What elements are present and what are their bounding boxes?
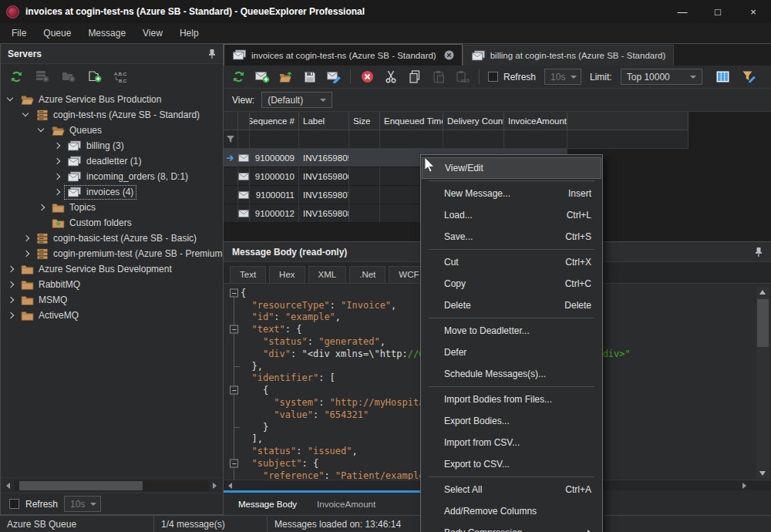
fold-collapse-icon[interactable]: − — [230, 325, 238, 334]
menu-help[interactable]: Help — [171, 25, 207, 42]
load-messages-button[interactable] — [278, 69, 294, 86]
context-menu-item-body-compression[interactable]: Body Compression — [421, 522, 602, 532]
toolbar-refresh-interval-select[interactable]: 10s — [544, 69, 581, 85]
filter-cell-icon[interactable] — [238, 130, 250, 149]
context-menu-item-view-edit[interactable]: View/Edit — [422, 157, 601, 179]
tree-item-queues[interactable]: Queues — [1, 123, 223, 138]
chevron-right-icon[interactable] — [52, 140, 62, 151]
tree-item-custom-folders[interactable]: Custom folders — [1, 215, 223, 231]
menu-queue[interactable]: Queue — [35, 25, 79, 42]
toolbar-refresh-checkbox[interactable] — [488, 72, 498, 82]
scroll-down-icon[interactable] — [756, 467, 769, 478]
column-header-size[interactable]: Size — [349, 112, 380, 130]
chevron-right-icon[interactable] — [21, 233, 32, 244]
column-header-delivery-count[interactable]: Delivery Count — [443, 112, 504, 130]
bottom-tab-invoiceamount[interactable]: InvoiceAmount — [309, 496, 383, 513]
chevron-right-icon[interactable] — [5, 310, 16, 321]
copy-button[interactable] — [407, 69, 423, 86]
fold-collapse-icon[interactable]: − — [230, 460, 238, 468]
context-menu-item-delete[interactable]: DeleteDelete — [421, 295, 602, 316]
context-menu-item-cut[interactable]: CutCtrl+X — [421, 251, 602, 273]
bottom-tab-message-body[interactable]: Message Body — [231, 496, 305, 513]
scroll-right-icon[interactable] — [739, 480, 751, 491]
context-menu-item-select-all[interactable]: Select AllCtrl+A — [421, 479, 602, 500]
maximize-button[interactable]: □ — [700, 0, 736, 23]
scrollbar-track[interactable] — [15, 480, 209, 491]
tab-text[interactable]: Text — [230, 266, 266, 283]
refresh-interval-select[interactable]: 10s — [64, 496, 101, 512]
new-message-button[interactable] — [254, 69, 270, 86]
tree-item-azure-service-bus-production[interactable]: Azure Service Bus Production — [1, 92, 223, 107]
tree-item-msmq[interactable]: MSMQ — [1, 292, 223, 308]
edit-message-button[interactable] — [326, 69, 342, 86]
context-menu-item-copy[interactable]: CopyCtrl+C — [421, 273, 602, 295]
tab-invoices-at-cogin-test-ns-azure-sb-standard[interactable]: invoices at cogin-test-ns (Azure SB - St… — [224, 44, 463, 66]
column-header-invoiceamount[interactable]: InvoiceAmount — [504, 112, 567, 130]
paste-button[interactable] — [431, 69, 446, 86]
context-menu-item-load[interactable]: Load...Ctrl+L — [421, 204, 602, 226]
context-menu-item-save[interactable]: Save...Ctrl+S — [421, 226, 602, 247]
context-menu-item-import-from-csv[interactable]: Import from CSV... — [421, 432, 602, 453]
fold-collapse-icon[interactable]: − — [230, 386, 238, 395]
chevron-down-icon[interactable] — [36, 125, 47, 136]
chevron-right-icon[interactable] — [52, 171, 62, 182]
scrollbar-thumb[interactable] — [19, 481, 143, 490]
menu-view[interactable]: View — [134, 25, 171, 42]
tree-item-cogin-premium-test-azure-sb-premium[interactable]: cogin-premium-test (Azure SB - Premium) — [1, 246, 223, 261]
tree-item-rabbitmq[interactable]: RabbitMQ — [1, 277, 223, 292]
limit-select[interactable]: Top 10000 — [621, 69, 702, 85]
filter-cell-delivery_count[interactable] — [443, 130, 504, 149]
column-header-enqueued-time[interactable]: Enqueued Time — [380, 112, 443, 130]
delete-button[interactable] — [359, 69, 375, 86]
tree-item-activemq[interactable]: ActiveMQ — [1, 308, 223, 323]
add-server-button[interactable] — [34, 68, 51, 85]
sort-servers-button[interactable]: A,B,CB,C — [113, 68, 130, 85]
refresh-button[interactable] — [231, 69, 246, 86]
filter-cell-size[interactable] — [349, 130, 380, 149]
filter-cell-sequence[interactable] — [250, 130, 299, 149]
chevron-right-icon[interactable] — [52, 187, 62, 197]
fold-collapse-icon[interactable]: − — [230, 288, 238, 297]
menu-file[interactable]: File — [3, 25, 35, 42]
context-menu-item-schedule-messages-s[interactable]: Schedule Messages(s)... — [421, 363, 602, 385]
chevron-right-icon[interactable] — [36, 202, 47, 213]
chevron-right-icon[interactable] — [5, 279, 16, 290]
context-menu-item-move-to-deadletter[interactable]: Move to Deadletter... — [421, 320, 602, 342]
chevron-down-icon[interactable] — [21, 109, 32, 120]
tree-horizontal-scrollbar[interactable] — [1, 477, 223, 493]
context-menu-item-new-message[interactable]: New Message...Insert — [421, 183, 602, 204]
column-header-sequence[interactable]: Sequence # — [250, 112, 299, 130]
tree-item-billing-3[interactable]: billing (3) — [1, 138, 223, 153]
view-select[interactable]: (Default) — [261, 92, 332, 108]
chevron-down-icon[interactable] — [5, 94, 16, 105]
filter-cell-label[interactable] — [299, 130, 349, 149]
scroll-left-icon[interactable] — [2, 480, 15, 491]
cut-button[interactable] — [383, 69, 399, 86]
tab-net[interactable]: .Net — [349, 266, 386, 283]
context-menu-item-export-to-csv[interactable]: Export to CSV... — [421, 453, 602, 475]
save-messages-button[interactable] — [302, 69, 318, 86]
tab-xml[interactable]: XML — [308, 266, 347, 283]
chevron-right-icon[interactable] — [52, 156, 62, 167]
column-header-label[interactable]: Label — [299, 112, 349, 130]
tree-item-cogin-test-ns-azure-sb-standard[interactable]: cogin-test-ns (Azure SB - Standard) — [1, 107, 223, 123]
minimize-button[interactable]: — — [665, 0, 700, 23]
tree-item-incoming-orders-8-d-1[interactable]: incoming_orders (8, D:1) — [1, 169, 223, 184]
close-tab-icon[interactable] — [444, 50, 454, 60]
close-button[interactable]: × — [736, 0, 771, 23]
filter-editor-button[interactable] — [742, 69, 757, 86]
filter-cell-indicator[interactable] — [224, 130, 238, 149]
tab-billing-at-cogin-test-ns-azure-sb-standard[interactable]: billing at cogin-test-ns (Azure SB - Sta… — [463, 45, 675, 66]
column-header-icon[interactable] — [238, 112, 250, 130]
column-header-filler[interactable] — [567, 112, 689, 130]
chevron-right-icon[interactable] — [5, 264, 16, 274]
scrollbar-thumb[interactable] — [757, 299, 769, 347]
vertical-scrollbar[interactable] — [756, 287, 769, 478]
tab-hex[interactable]: Hex — [269, 266, 305, 283]
filter-cell-filler[interactable] — [567, 130, 689, 149]
pin-icon[interactable] — [755, 247, 763, 258]
chevron-right-icon[interactable] — [21, 248, 32, 259]
scroll-up-icon[interactable] — [756, 287, 769, 298]
context-menu-item-defer[interactable]: Defer — [421, 342, 602, 363]
auto-refresh-checkbox[interactable] — [9, 499, 19, 509]
